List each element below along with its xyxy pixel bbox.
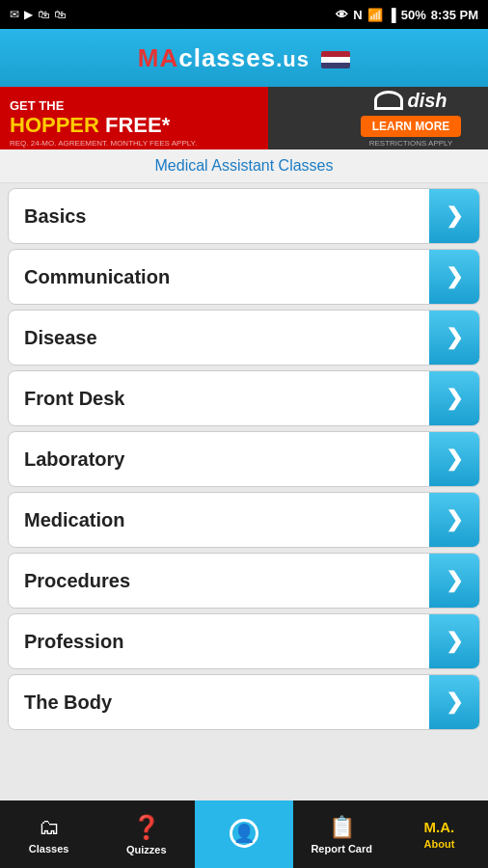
report-card-icon: 📋 xyxy=(329,815,355,840)
chevron-right-icon: ❯ xyxy=(446,568,463,593)
chevron-right-icon: ❯ xyxy=(446,386,463,411)
menu-item-arrow-8: ❯ xyxy=(429,674,479,730)
menu-item-arrow-7: ❯ xyxy=(429,613,479,669)
nav-item-profile[interactable]: 👤 xyxy=(195,800,292,868)
logo-ma: MA xyxy=(138,43,178,72)
status-icons-left: ✉ ▶ 🛍 🛍 xyxy=(10,8,66,21)
bottom-nav: 🗂 Classes ❓ Quizzes 👤 📋 Report Card M.A.… xyxy=(0,800,488,868)
chevron-right-icon: ❯ xyxy=(446,690,463,715)
ad-line1: GET THE xyxy=(10,98,324,113)
menu-item[interactable]: Front Desk ❯ xyxy=(8,370,480,426)
chevron-right-icon: ❯ xyxy=(446,264,463,289)
menu-item-arrow-0: ❯ xyxy=(429,188,479,244)
ad-free: FREE* xyxy=(105,113,170,137)
menu-item-arrow-6: ❯ xyxy=(429,553,479,609)
menu-item[interactable]: Communication ❯ xyxy=(8,249,480,305)
chevron-right-icon: ❯ xyxy=(446,325,463,350)
menu-item[interactable]: Procedures ❯ xyxy=(8,553,480,609)
menu-item[interactable]: Disease ❯ xyxy=(8,310,480,366)
menu-item-label-5: Medication xyxy=(9,509,429,531)
about-icon: M.A. xyxy=(424,819,455,835)
ad-hopper: HOPPER xyxy=(10,113,105,137)
dish-brand: dish xyxy=(374,90,447,112)
restrictions-text: RESTRICTIONS APPLY xyxy=(369,139,453,148)
menu-item[interactable]: Laboratory ❯ xyxy=(8,431,480,487)
chevron-right-icon: ❯ xyxy=(446,629,463,654)
menu-item-arrow-3: ❯ xyxy=(429,370,479,426)
menu-item-label-1: Communication xyxy=(9,266,429,288)
menu-item-arrow-1: ❯ xyxy=(429,249,479,305)
menu-item[interactable]: Profession ❯ xyxy=(8,613,480,669)
menu-item-label-2: Disease xyxy=(9,327,429,349)
bag2-icon: 🛍 xyxy=(54,8,66,21)
ad-subtext: REQ. 24-MO. AGREEMENT. MONTHLY FEES APPL… xyxy=(10,139,197,148)
menu-item-label-4: Laboratory xyxy=(9,448,429,471)
flag-icon xyxy=(321,51,350,68)
chevron-right-icon: ❯ xyxy=(446,507,463,532)
menu-item-label-0: Basics xyxy=(9,205,429,228)
battery-label: 50% xyxy=(401,8,426,22)
app-header: MAclasses.us xyxy=(0,29,488,87)
main-content: Basics ❯ Communication ❯ Disease ❯ Front… xyxy=(0,183,488,834)
section-header: Medical Assistant Classes xyxy=(0,149,488,183)
status-bar: ✉ ▶ 🛍 🛍 👁 N 📶 ▐ 50% 8:35 PM xyxy=(0,0,488,29)
ad-left: GET THE HOPPER FREE* REQ. 24-MO. AGREEME… xyxy=(0,94,334,143)
status-icons-right: 👁 N 📶 ▐ 50% 8:35 PM xyxy=(336,8,478,22)
menu-item[interactable]: Medication ❯ xyxy=(8,492,480,548)
menu-item-arrow-5: ❯ xyxy=(429,492,479,548)
bag-icon: 🛍 xyxy=(38,8,49,21)
menu-item[interactable]: The Body ❯ xyxy=(8,674,480,730)
chevron-right-icon: ❯ xyxy=(446,447,463,472)
ad-right[interactable]: dish LEARN MORE RESTRICTIONS APPLY xyxy=(334,87,488,149)
dish-satellite-icon xyxy=(374,91,403,110)
learn-more-button[interactable]: LEARN MORE xyxy=(361,116,462,137)
nfc-icon: N xyxy=(353,8,362,22)
menu-item-label-6: Procedures xyxy=(9,570,429,592)
classes-icon: 🗂 xyxy=(39,815,60,840)
logo-classes: classes xyxy=(178,43,276,72)
dish-logo-text: dish xyxy=(407,90,447,112)
mail-icon: ✉ xyxy=(10,8,19,21)
signal-icon: ▐ xyxy=(388,8,396,22)
play-icon: ▶ xyxy=(24,8,33,21)
time-display: 8:35 PM xyxy=(431,8,478,22)
nav-item-classes[interactable]: 🗂 Classes xyxy=(0,800,97,868)
ad-line2: HOPPER FREE* xyxy=(10,113,324,138)
wifi-icon: 📶 xyxy=(367,8,383,22)
logo-dot-us: .us xyxy=(276,47,310,71)
menu-item-label-7: Profession xyxy=(9,631,429,653)
menu-item-label-8: The Body xyxy=(9,692,429,714)
ad-banner[interactable]: GET THE HOPPER FREE* REQ. 24-MO. AGREEME… xyxy=(0,87,488,149)
chevron-right-icon: ❯ xyxy=(446,203,463,229)
eye-icon: 👁 xyxy=(336,8,348,22)
menu-item[interactable]: Basics ❯ xyxy=(8,188,480,244)
menu-list: Basics ❯ Communication ❯ Disease ❯ Front… xyxy=(0,183,488,740)
menu-item-label-3: Front Desk xyxy=(9,388,429,410)
section-title: Medical Assistant Classes xyxy=(155,157,334,174)
about-nav-label: About xyxy=(424,838,455,850)
quizzes-nav-label: Quizzes xyxy=(126,844,167,855)
report-card-nav-label: Report Card xyxy=(311,843,372,854)
logo: MAclasses.us xyxy=(138,43,350,73)
quizzes-icon: ❓ xyxy=(132,814,161,841)
nav-item-about[interactable]: M.A. About xyxy=(391,800,488,868)
menu-item-arrow-4: ❯ xyxy=(429,431,479,487)
classes-nav-label: Classes xyxy=(29,843,69,854)
profile-icon: 👤 xyxy=(230,819,258,848)
nav-item-quizzes[interactable]: ❓ Quizzes xyxy=(97,800,195,868)
nav-item-report-card[interactable]: 📋 Report Card xyxy=(293,800,391,868)
menu-item-arrow-2: ❯ xyxy=(429,310,479,366)
